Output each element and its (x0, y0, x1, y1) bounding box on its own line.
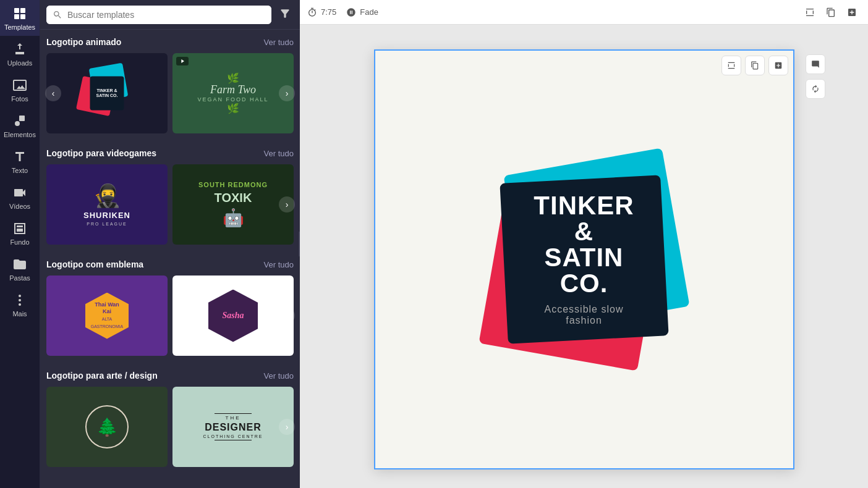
add-icon (847, 7, 857, 17)
ver-tudo-arte-design[interactable]: Ver tudo (264, 371, 294, 381)
play-overlay-farmtwo (176, 57, 189, 65)
designer-line-bot (215, 440, 252, 440)
sidebar-item-texto[interactable]: Texto (0, 143, 40, 179)
toxik-icon: 🤖 (223, 208, 244, 228)
thumb-row-arte-design: 🌲 THE DESIGNER CLOTHING CENTRE › (46, 387, 294, 467)
section-videogames: Logotipo para videogames Ver tudo 🥷 SHUR… (40, 141, 300, 245)
thumb-thaiwankai[interactable]: Thai WanKaiALTA GASTRONOMIA (46, 276, 168, 356)
timer-icon (307, 7, 317, 17)
arrow-right-videogames[interactable]: › (279, 196, 295, 212)
canvas-frame-button[interactable] (721, 56, 741, 75)
svg-rect-2 (14, 14, 19, 19)
thumb-designer[interactable]: THE DESIGNER CLOTHING CENTRE (172, 387, 294, 467)
thumb-tinker-small[interactable]: TINKER &SATIN CO. (46, 53, 168, 133)
canvas-area: 7:75 Fade (300, 0, 868, 488)
folder-icon (12, 257, 27, 272)
canvas-scroll[interactable]: TINKER & SATIN CO. Accessible slow fashi… (300, 25, 868, 488)
sidebar-label-videos: Vídeos (9, 203, 30, 210)
thumb-toxik[interactable]: SOUTH REDMONG TOXIK 🤖 (172, 164, 294, 245)
canvas-toolbar: 7:75 Fade (300, 0, 868, 25)
canvas-copy-button[interactable] (745, 56, 765, 75)
thumb-row-emblema: Thai WanKaiALTA GASTRONOMIA Sasha › (46, 276, 294, 356)
add-page-button[interactable] (843, 5, 861, 20)
collapse-panel-button[interactable]: ‹ (299, 232, 300, 256)
background-icon (12, 221, 27, 236)
sidebar-label-fundo: Fundo (10, 238, 29, 246)
thumb-shuriken[interactable]: 🥷 SHURIKEN PRO LEAGUE (46, 164, 168, 245)
templates-panel: Logotipo animado Ver tudo ‹ TINKER &SATI… (40, 0, 300, 488)
ver-tudo-videogames[interactable]: Ver tudo (264, 149, 294, 158)
svg-rect-3 (20, 14, 25, 19)
filter-button[interactable] (276, 5, 294, 24)
arrow-right-arte-design[interactable]: › (279, 419, 295, 435)
section-animado: Logotipo animado Ver tudo ‹ TINKER &SATI… (40, 30, 300, 133)
hexagon-thaiwankai: Thai WanKaiALTA GASTRONOMIA (85, 293, 129, 339)
designer-the: THE (226, 415, 241, 421)
canvas-frame[interactable]: TINKER & SATIN CO. Accessible slow fashi… (374, 49, 794, 469)
ver-tudo-emblema[interactable]: Ver tudo (264, 260, 294, 269)
timer-section: 7:75 (307, 7, 336, 17)
toxik-brand: SOUTH REDMONG (198, 181, 268, 188)
section-header-arte-design: Logotipo para arte / design Ver tudo (46, 371, 294, 381)
section-header-videogames: Logotipo para videogames Ver tudo (46, 148, 294, 158)
rotate-button[interactable] (806, 79, 825, 99)
section-title-animado: Logotipo animado (46, 37, 121, 47)
sidebar-item-videos[interactable]: Vídeos (0, 179, 40, 215)
svg-point-4 (15, 121, 20, 126)
ver-tudo-animado[interactable]: Ver tudo (264, 38, 294, 47)
section-header-emblema: Logotipo com emblema Ver tudo (46, 259, 294, 269)
section-emblema: Logotipo com emblema Ver tudo Thai WanKa… (40, 252, 300, 356)
hexagon-sasha: Sasha (208, 290, 258, 342)
comment-button[interactable] (806, 54, 825, 74)
canvas-logo[interactable]: TINKER & SATIN CO. Accessible slow fashi… (479, 148, 689, 371)
designer-line-top (215, 413, 252, 414)
svg-point-6 (19, 295, 21, 297)
frame-button[interactable] (801, 5, 819, 20)
animation-section: Fade (346, 7, 378, 17)
sidebar-item-pastas[interactable]: Pastas (0, 251, 40, 287)
svg-point-7 (19, 299, 21, 301)
arrow-right-animado[interactable]: › (279, 85, 295, 101)
sidebar-item-mais[interactable]: Mais (0, 287, 40, 322)
frame-icon (805, 7, 815, 17)
section-arte-design: Logotipo para arte / design Ver tudo 🌲 T… (40, 363, 300, 467)
sidebar-label-uploads: Uploads (7, 59, 32, 67)
thumb-row-animado: ‹ TINKER &SATIN CO. 🌿 Farm Two Veg (46, 53, 294, 133)
animation-value: Fade (360, 7, 378, 17)
shapes-icon (12, 114, 27, 128)
thumb-sasha[interactable]: Sasha (172, 276, 294, 356)
image-icon (12, 78, 27, 93)
canvas-float-buttons (721, 56, 788, 75)
sidebar-item-fotos[interactable]: Fotos (0, 72, 40, 107)
arrow-left-animado[interactable]: ‹ (45, 85, 61, 101)
search-input-wrap (46, 6, 271, 24)
filter-icon (279, 7, 291, 20)
comment-icon (811, 60, 820, 69)
farmtwo-deco-bot: 🌿 (227, 103, 239, 114)
search-input[interactable] (46, 6, 271, 24)
logo-text-group: TINKER & SATIN CO. Accessible slow fashi… (532, 193, 637, 326)
canvas-container: TINKER & SATIN CO. Accessible slow fashi… (374, 49, 794, 469)
arrow-right-emblema[interactable]: › (279, 308, 295, 324)
sidebar-label-elementos: Elementos (4, 131, 36, 138)
tree-circle: 🌲 (85, 405, 129, 448)
svg-rect-0 (14, 8, 19, 13)
farmtwo-name: Farm Two (210, 84, 256, 96)
sidebar-item-fundo[interactable]: Fundo (0, 215, 40, 251)
canvas-add-button[interactable] (768, 56, 788, 75)
sidebar: Templates Uploads Fotos Elementos Texto … (0, 0, 40, 488)
panel-content: Logotipo animado Ver tudo ‹ TINKER &SATI… (40, 30, 300, 488)
section-header-animado: Logotipo animado Ver tudo (46, 37, 294, 47)
logo-company-line2: SATIN CO. (532, 245, 637, 297)
thumb-tree[interactable]: 🌲 (46, 387, 168, 467)
thumb-farmtwo[interactable]: 🌿 Farm Two Vegan Food Hall 🌿 (172, 53, 294, 133)
sidebar-label-fotos: Fotos (11, 95, 28, 103)
sidebar-item-elementos[interactable]: Elementos (0, 107, 40, 143)
farmtwo-sub: Vegan Food Hall (197, 96, 268, 103)
sidebar-label-texto: Texto (12, 167, 28, 174)
rotate-icon (811, 85, 820, 93)
sidebar-item-uploads[interactable]: Uploads (0, 36, 40, 72)
search-icon (53, 10, 62, 20)
sidebar-item-templates[interactable]: Templates (0, 0, 40, 36)
copy-button[interactable] (822, 5, 840, 20)
